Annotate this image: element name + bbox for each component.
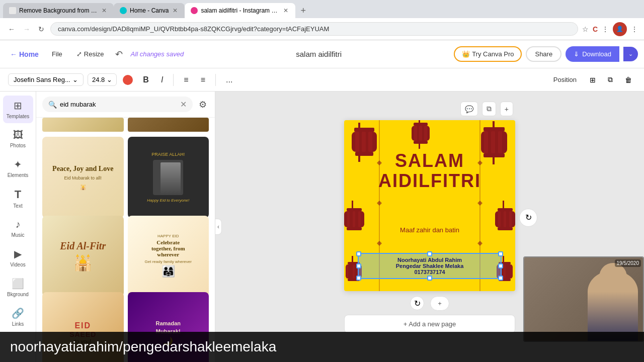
template-card-1[interactable]: Peace, Joy and Love Eid Mubarak to all! … bbox=[42, 137, 124, 218]
selection-handle-bm[interactable] bbox=[427, 276, 432, 281]
sidebar-item-links[interactable]: 🔗 Links bbox=[3, 303, 33, 331]
add-page-button[interactable]: + Add a new page bbox=[344, 315, 515, 333]
canvas-bottom-controls: ↻ + bbox=[344, 296, 515, 311]
comment-button[interactable]: 💬 bbox=[460, 102, 478, 116]
template-partial-1[interactable] bbox=[42, 118, 124, 132]
overlay-text: noorhayatiarahim/pengedarshakleemelaka bbox=[10, 339, 276, 354]
bold-button[interactable]: B bbox=[139, 73, 153, 86]
canvas-refresh-button[interactable]: ↻ bbox=[519, 209, 537, 227]
resize-button[interactable]: ⤢ Resize bbox=[71, 47, 109, 61]
search-input[interactable] bbox=[60, 101, 177, 108]
more-options-button[interactable]: ... bbox=[222, 73, 236, 86]
forward-button[interactable]: → bbox=[21, 23, 32, 35]
photos-icon: 🖼 bbox=[13, 129, 23, 141]
rotate-button[interactable]: ↻ bbox=[410, 296, 424, 310]
position-button[interactable]: Position bbox=[548, 74, 582, 85]
sidebar-label-templates: Templates bbox=[7, 114, 30, 119]
menu-button[interactable]: ⋮ bbox=[631, 25, 638, 33]
home-button[interactable]: ← Home bbox=[6, 47, 43, 61]
url-bar[interactable] bbox=[50, 22, 578, 36]
trash-button[interactable]: 🗑 bbox=[621, 74, 636, 86]
sidebar-item-templates[interactable]: ⊞ Templates bbox=[3, 96, 33, 123]
home-label: Home bbox=[19, 50, 39, 58]
filter-button[interactable]: ⚙ bbox=[197, 97, 209, 112]
italic-button[interactable]: I bbox=[157, 73, 167, 86]
template-partial-2[interactable] bbox=[128, 118, 209, 132]
list-button[interactable]: ≡ bbox=[197, 73, 209, 86]
tab-salam[interactable]: salam aidilfitri - Instagram Post ✕ bbox=[185, 3, 295, 18]
tab-remove-bg[interactable]: Remove Background from Imag... ✕ bbox=[3, 3, 114, 18]
links-icon: 🔗 bbox=[12, 307, 24, 319]
sidebar-label-background: Bkground bbox=[7, 292, 29, 297]
search-bar: 🔍 ✕ ⚙ bbox=[36, 92, 215, 118]
crown-icon: 👑 bbox=[462, 50, 470, 58]
selection-handle-mr[interactable] bbox=[498, 263, 503, 268]
webcam-person bbox=[588, 270, 638, 341]
format-bar: Josefin Sans Reg... ⌄ 24.8 ⌄ B I ≡ ≡ ...… bbox=[0, 68, 644, 92]
grid-button[interactable]: ⊞ bbox=[586, 74, 600, 86]
selection-handle-tm[interactable] bbox=[427, 251, 432, 256]
template-2-top: PRAISE ALLAH! bbox=[147, 152, 189, 157]
template-1-subtitle: Eid Mubarak to all! bbox=[52, 175, 113, 180]
font-selector[interactable]: Josefin Sans Reg... ⌄ bbox=[8, 73, 84, 86]
sidebar-item-text[interactable]: T Text bbox=[3, 184, 33, 213]
copy-design-button[interactable]: ⧉ bbox=[482, 102, 496, 116]
videos-icon: ▶ bbox=[14, 248, 22, 260]
sidebar-label-text: Text bbox=[13, 203, 22, 209]
sidebar-label-links: Links bbox=[12, 321, 24, 327]
collapse-panel-button[interactable]: ‹ bbox=[215, 219, 222, 235]
tab-title-salam: salam aidilfitri - Instagram Post bbox=[201, 7, 279, 14]
text-color-button[interactable] bbox=[121, 73, 135, 87]
webcam-content: 19/5/2020 bbox=[524, 257, 643, 341]
selection-handle-tr[interactable] bbox=[498, 251, 503, 256]
saved-status: All changes saved bbox=[131, 50, 184, 58]
download-caret-button[interactable]: ⌄ bbox=[623, 47, 638, 61]
selected-text-line1: Noorhayati Abdul Rahim bbox=[363, 257, 497, 263]
file-button[interactable]: File bbox=[47, 47, 67, 61]
download-button[interactable]: ⇓ Download bbox=[566, 46, 619, 62]
bookmark-button[interactable]: ☆ bbox=[582, 25, 589, 33]
reload-button[interactable]: ↻ bbox=[36, 23, 46, 35]
share-button[interactable]: Share bbox=[526, 46, 561, 62]
font-size-selector[interactable]: 24.8 ⌄ bbox=[88, 73, 117, 86]
undo-button[interactable]: ↶ bbox=[113, 47, 125, 62]
tab-close-canva[interactable]: ✕ bbox=[172, 6, 179, 15]
selection-handle-bl[interactable] bbox=[356, 276, 361, 281]
template-2-subtitle: Happy Eid to Everyone! bbox=[147, 198, 189, 203]
template-card-3[interactable]: Eid Al-Fitr 🕌 bbox=[42, 216, 124, 297]
copy-button[interactable]: ⧉ bbox=[604, 73, 617, 86]
sidebar-item-background[interactable]: ⬜ Bkground bbox=[3, 274, 33, 301]
align-button[interactable]: ≡ bbox=[180, 73, 192, 86]
clear-search-button[interactable]: ✕ bbox=[180, 100, 187, 109]
tab-close-salam[interactable]: ✕ bbox=[282, 6, 289, 15]
extensions-button[interactable]: ⋮ bbox=[602, 25, 609, 33]
selected-text-box[interactable]: Noorhayati Abdul Rahim Pengedar Shaklee … bbox=[358, 253, 502, 279]
sidebar-item-elements[interactable]: ✦ Elements bbox=[3, 154, 33, 182]
add-bottom-button[interactable]: + bbox=[430, 296, 449, 311]
sidebar-item-photos[interactable]: 🖼 Photos bbox=[3, 125, 33, 152]
selection-handle-ml[interactable] bbox=[356, 263, 361, 268]
try-pro-button[interactable]: 👑 Try Canva Pro bbox=[454, 46, 522, 62]
sidebar-item-videos[interactable]: ▶ Videos bbox=[3, 244, 33, 272]
back-button[interactable]: ← bbox=[6, 23, 17, 35]
template-card-2[interactable]: PRAISE ALLAH! Happy Eid to Everyone! bbox=[128, 137, 209, 218]
download-icon: ⇓ bbox=[574, 50, 579, 58]
selection-handle-br[interactable] bbox=[498, 276, 503, 281]
canvas-top-controls: 💬 ⧉ + bbox=[344, 102, 515, 116]
add-element-button[interactable]: + bbox=[500, 102, 513, 116]
templates-panel: 🔍 ✕ ⚙ Peace, Joy and Love Eid Mu bbox=[36, 92, 215, 362]
user-avatar[interactable]: 👤 bbox=[613, 22, 627, 36]
new-tab-button[interactable]: + bbox=[295, 4, 311, 18]
canva-ext-button[interactable]: C bbox=[593, 25, 598, 33]
tab-bar: Remove Background from Imag... ✕ Home - … bbox=[0, 0, 644, 18]
tab-close-remove-bg[interactable]: ✕ bbox=[101, 6, 108, 15]
template-card-4[interactable]: HAPPY EID Celebratetogether, fromwhereve… bbox=[128, 216, 209, 297]
canva-toolbar: ← Home File ⤢ Resize ↶ All changes saved… bbox=[0, 40, 644, 68]
tab-canva-home[interactable]: Home - Canva ✕ bbox=[114, 3, 185, 18]
sidebar-item-music[interactable]: ♪ Music bbox=[3, 215, 33, 242]
template-6-line1: Ramadan bbox=[155, 320, 181, 326]
tab-favicon-salam bbox=[191, 7, 198, 14]
selected-text-line2: Pengedar Shaklee Melaka bbox=[363, 263, 497, 269]
search-icon: 🔍 bbox=[48, 101, 57, 109]
selection-handle-tl[interactable] bbox=[356, 251, 361, 256]
